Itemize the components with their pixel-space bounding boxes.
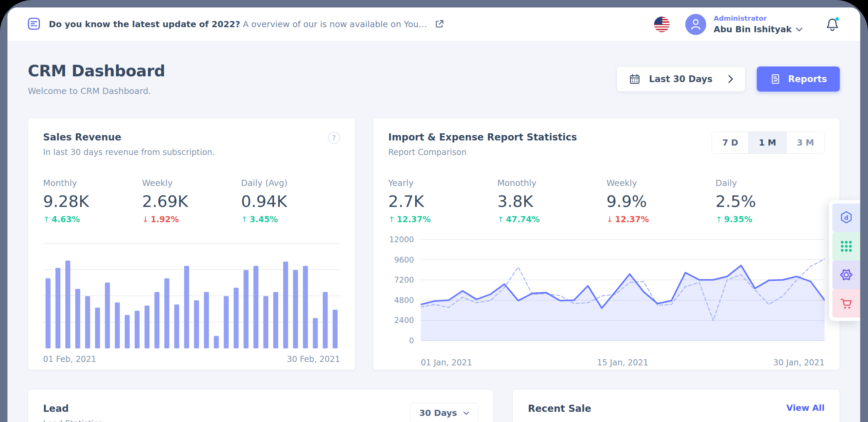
lead-card: Lead Lead Statistics 30 Days <box>28 389 494 422</box>
shop-cart-button[interactable] <box>832 289 860 318</box>
topbar-actions: Administrator Abu Bin Ishityak <box>654 14 841 35</box>
up-arrow-icon: ↑ <box>388 215 395 224</box>
notifications-button[interactable] <box>824 16 841 33</box>
lead-title: Lead <box>43 403 102 414</box>
lead-subtitle: Lead Statistics <box>43 419 102 422</box>
notification-dot <box>835 17 839 20</box>
down-arrow-icon: ↓ <box>142 215 149 224</box>
x-axis-labels: 01 Jan, 2021 15 Jan, 2021 30 Jan, 2021 <box>421 358 825 367</box>
lead-days-dropdown[interactable]: 30 Days <box>410 403 478 422</box>
calendar-icon <box>629 73 641 85</box>
bar-x-end-label: 30 Feb, 2021 <box>287 354 340 364</box>
news-icon <box>27 17 41 32</box>
page-subtitle: Welcome to CRM Dashboard. <box>28 86 165 96</box>
user-menu[interactable]: Administrator Abu Bin Ishityak <box>714 14 803 34</box>
user-name: Abu Bin Ishityak <box>714 24 792 34</box>
date-range-button[interactable]: Last 30 Days <box>617 66 745 92</box>
gear-icon <box>839 267 854 282</box>
chevron-down-icon <box>463 411 469 415</box>
sales-revenue-title: Sales Revenue <box>43 132 215 143</box>
stat-daily-avg: Daily (Avg) 0.94K ↑3.45% <box>241 178 340 224</box>
recent-sale-card: Recent Sale View All <box>513 389 840 422</box>
reports-label: Reports <box>788 74 827 84</box>
stat-weekly: Weekly 2.69K ↓1.92% <box>142 178 241 224</box>
range-toggle-group: 7 D 1 M 3 M <box>712 132 825 154</box>
reports-button[interactable]: Reports <box>757 66 840 92</box>
sales-bar-chart: 01 Feb, 2021 30 Feb, 2021 <box>43 243 340 364</box>
up-arrow-icon: ↑ <box>715 215 722 224</box>
announcement-link-text[interactable]: A overview of our is now available on Yo… <box>243 19 427 29</box>
sales-revenue-card: Sales Revenue In last 30 days revenue fr… <box>28 118 355 370</box>
range-7d-button[interactable]: 7 D <box>712 132 748 153</box>
device-frame: Do you know the latest update of 2022? A… <box>0 0 868 422</box>
up-arrow-icon: ↑ <box>241 215 248 224</box>
view-all-link[interactable]: View All <box>786 403 825 413</box>
recent-sale-title: Recent Sale <box>528 403 591 414</box>
up-arrow-icon: ↑ <box>43 215 50 224</box>
stat-daily: Daily 2.5% ↑9.35% <box>715 178 825 224</box>
y-axis-labels: 12000 9600 7200 4800 2400 0 <box>388 235 421 345</box>
cart-icon <box>839 296 853 310</box>
range-3m-button[interactable]: 3 M <box>787 132 824 153</box>
top-bar: Do you know the latest update of 2022? A… <box>7 7 860 41</box>
import-expense-line-chart: 12000 9600 7200 4800 2400 0 <box>388 239 825 349</box>
external-link-icon[interactable] <box>435 19 445 30</box>
logo-icon: d <box>839 211 853 225</box>
announcement-bold-text: Do you know the latest update of 2022? <box>49 19 240 29</box>
bell-icon <box>824 16 841 32</box>
apps-grid-button[interactable] <box>832 232 860 261</box>
import-expense-title: Import & Expense Report Statistics <box>388 132 577 143</box>
range-1m-button[interactable]: 1 M <box>748 132 787 153</box>
grid-dots-icon <box>840 239 853 253</box>
announcement-link[interactable]: Do you know the latest update of 2022? A… <box>27 17 445 32</box>
stat-yearly: Yearly 2.7K ↑12.37% <box>388 178 497 224</box>
help-icon[interactable]: ? <box>328 132 340 144</box>
demo-toolbar: d <box>829 200 860 321</box>
language-flag-us[interactable] <box>654 17 670 32</box>
svg-text:d: d <box>844 214 849 221</box>
settings-button[interactable] <box>832 261 860 289</box>
dashlite-logo-button[interactable]: d <box>832 204 860 232</box>
chevron-right-icon <box>728 75 733 83</box>
stat-monthly: Monthly 9.28K ↑4.63% <box>43 178 142 224</box>
user-role: Administrator <box>714 14 803 22</box>
down-arrow-icon: ↓ <box>607 215 613 224</box>
date-range-label: Last 30 Days <box>649 74 712 84</box>
sales-revenue-subtitle: In last 30 days revenue from subscriptio… <box>43 148 215 157</box>
import-expense-subtitle: Report Comparison <box>388 148 577 157</box>
page-header: CRM Dashboard Welcome to CRM Dashboard. … <box>28 62 840 96</box>
import-expense-card: Import & Expense Report Statistics Repor… <box>373 118 840 370</box>
stat-monthly: Monothly 3.8K ↑47.74% <box>497 178 607 224</box>
app-window: Do you know the latest update of 2022? A… <box>7 7 860 422</box>
page-title: CRM Dashboard <box>28 62 165 80</box>
chevron-down-icon <box>796 27 803 32</box>
bar-x-start-label: 01 Feb, 2021 <box>43 354 96 364</box>
person-icon <box>685 14 706 35</box>
stat-weekly: Weekly 9.9% ↓12.37% <box>607 178 716 224</box>
report-file-icon <box>770 73 781 85</box>
avatar[interactable] <box>685 14 706 35</box>
main-content: CRM Dashboard Welcome to CRM Dashboard. … <box>7 62 860 422</box>
up-arrow-icon: ↑ <box>497 215 504 224</box>
